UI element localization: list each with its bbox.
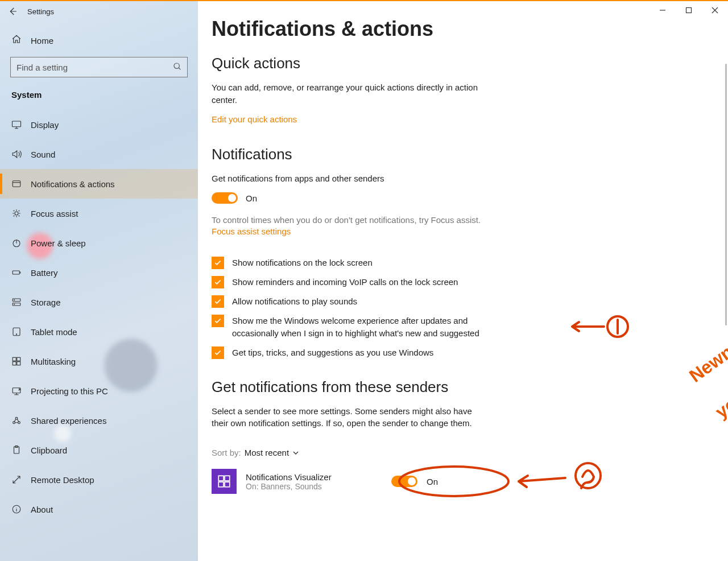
- quick-actions-heading: Quick actions: [212, 55, 664, 72]
- sidebar-item-label: Sound: [22, 150, 55, 159]
- sidebar-item-about[interactable]: About: [0, 494, 198, 524]
- svg-point-0: [174, 63, 179, 68]
- sidebar-item-shared[interactable]: Shared experiences: [0, 406, 198, 435]
- clipboard-icon: [11, 445, 22, 455]
- checkbox[interactable]: [212, 295, 224, 308]
- checkbox[interactable]: [212, 257, 224, 269]
- notification-check-1[interactable]: Show reminders and incoming VoIP calls o…: [212, 276, 490, 288]
- senders-desc: Select a sender to see more settings. So…: [212, 405, 485, 430]
- sidebar-item-label: Clipboard: [22, 446, 67, 455]
- svg-rect-5: [13, 271, 19, 274]
- notifications-main-label: Get notifications from apps and other se…: [212, 172, 485, 185]
- sidebar-item-label: Remote Desktop: [22, 475, 94, 485]
- sidebar-item-display[interactable]: Display: [0, 110, 198, 139]
- notifications-toggle[interactable]: [212, 192, 238, 204]
- shared-icon: [11, 415, 22, 426]
- svg-rect-27: [225, 482, 230, 487]
- back-button[interactable]: [0, 1, 25, 22]
- home-icon: [11, 34, 22, 47]
- sidebar-item-focus[interactable]: Focus assist: [0, 199, 198, 228]
- sidebar-item-label: Power & sleep: [22, 238, 86, 248]
- sound-icon: [11, 149, 22, 159]
- search-icon: [173, 62, 182, 73]
- home-nav[interactable]: Home: [0, 22, 198, 57]
- sidebar-item-label: Shared experiences: [22, 416, 106, 426]
- remote-icon: [11, 475, 22, 485]
- sender-row[interactable]: Notifications VisualizerOn: Banners, Sou…: [212, 465, 664, 497]
- sidebar-item-notifications[interactable]: Notifications & actions: [0, 169, 198, 199]
- svg-rect-2: [13, 181, 20, 187]
- svg-rect-14: [13, 362, 16, 365]
- minimize-button[interactable]: [650, 1, 676, 19]
- sidebar-item-project[interactable]: Projecting to this PC: [0, 376, 198, 406]
- multitask-icon: [11, 356, 22, 366]
- chevron-down-icon: [292, 449, 299, 456]
- svg-point-11: [16, 334, 16, 335]
- sidebar-item-label: Tablet mode: [22, 327, 77, 337]
- sidebar-item-sound[interactable]: Sound: [0, 139, 198, 169]
- senders-heading: Get notifications from these senders: [212, 378, 664, 396]
- edit-quick-actions-link[interactable]: Edit your quick actions: [212, 114, 297, 124]
- tablet-icon: [11, 327, 22, 337]
- svg-point-3: [15, 212, 18, 215]
- sort-value: Most recent: [245, 448, 289, 457]
- close-button[interactable]: [702, 1, 728, 19]
- checkbox[interactable]: [212, 315, 224, 327]
- sidebar-item-label: About: [22, 505, 53, 514]
- minimize-icon: [659, 7, 666, 14]
- sidebar-item-label: Projecting to this PC: [22, 386, 108, 396]
- page-title: Notifications & actions: [212, 17, 664, 41]
- sidebar-item-label: Focus assist: [22, 209, 78, 218]
- svg-rect-23: [686, 8, 692, 13]
- checkbox-label: Allow notifications to play sounds: [232, 295, 357, 308]
- sender-sub: On: Banners, Sounds: [246, 482, 382, 491]
- window-title: Settings: [25, 7, 54, 16]
- svg-rect-24: [218, 476, 224, 481]
- arrow-left-icon: [7, 6, 18, 16]
- sidebar-item-label: Storage: [22, 298, 61, 307]
- sidebar-item-storage[interactable]: Storage: [0, 287, 198, 317]
- sidebar-item-power[interactable]: Power & sleep: [0, 228, 198, 258]
- checkbox-label: Show me the Windows welcome experience a…: [232, 315, 490, 340]
- sidebar-item-label: Multitasking: [22, 357, 76, 366]
- focus-icon: [11, 208, 22, 218]
- notification-check-3[interactable]: Show me the Windows welcome experience a…: [212, 315, 490, 340]
- svg-point-18: [13, 422, 15, 424]
- notification-check-4[interactable]: Get tips, tricks, and suggestions as you…: [212, 346, 490, 359]
- power-icon: [11, 238, 22, 248]
- checkbox[interactable]: [212, 276, 224, 288]
- display-icon: [11, 119, 22, 130]
- svg-rect-13: [17, 357, 20, 361]
- sidebar-item-battery[interactable]: Battery: [0, 258, 198, 287]
- sidebar-item-label: Display: [22, 120, 59, 130]
- svg-point-8: [14, 300, 15, 300]
- notifications-heading: Notifications: [212, 146, 664, 163]
- sort-by-dropdown[interactable]: Sort by: Most recent: [212, 448, 299, 457]
- notifications-toggle-state: On: [246, 193, 257, 203]
- sidebar-item-tablet[interactable]: Tablet mode: [0, 317, 198, 346]
- search-input[interactable]: [10, 57, 188, 77]
- sidebar-item-multitask[interactable]: Multitasking: [0, 346, 198, 376]
- sidebar-item-remote[interactable]: Remote Desktop: [0, 465, 198, 494]
- notifications-icon: [11, 179, 22, 189]
- notification-check-2[interactable]: Allow notifications to play sounds: [212, 295, 490, 308]
- svg-rect-15: [17, 362, 20, 365]
- focus-assist-link[interactable]: Focus assist settings: [212, 226, 291, 236]
- notification-check-0[interactable]: Show notifications on the lock screen: [212, 257, 490, 269]
- scrollbar[interactable]: [725, 64, 727, 325]
- svg-rect-12: [13, 357, 16, 361]
- svg-point-19: [18, 422, 20, 424]
- svg-point-9: [14, 304, 15, 304]
- sidebar-category: System: [0, 90, 198, 110]
- sender-toggle[interactable]: [391, 476, 417, 487]
- checkbox-label: Get tips, tricks, and suggestions as you…: [232, 346, 433, 359]
- sidebar-item-label: Battery: [22, 268, 58, 278]
- svg-rect-1: [13, 121, 21, 127]
- quick-actions-desc: You can add, remove, or rearrange your q…: [212, 81, 485, 106]
- maximize-button[interactable]: [676, 1, 702, 19]
- battery-icon: [11, 267, 22, 278]
- project-icon: [11, 386, 22, 396]
- svg-point-17: [15, 417, 18, 419]
- checkbox[interactable]: [212, 346, 224, 359]
- sidebar-item-clipboard[interactable]: Clipboard: [0, 435, 198, 465]
